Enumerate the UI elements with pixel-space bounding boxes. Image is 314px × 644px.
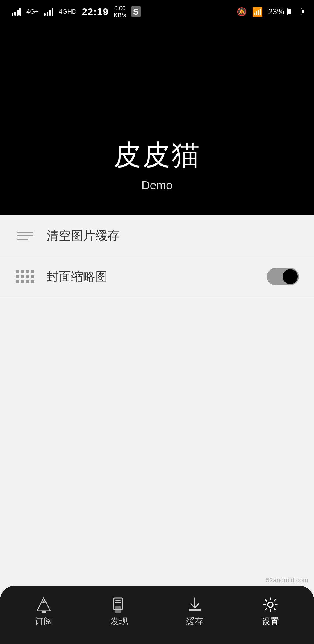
- network-label-2: 4GHD: [59, 8, 76, 15]
- subscribe-icon: [36, 597, 51, 613]
- hero-section: 皮皮猫 Demo: [0, 23, 314, 215]
- discover-label: 发现: [110, 615, 128, 627]
- cache-icon: [187, 597, 203, 613]
- hero-subtitle: Demo: [142, 179, 173, 192]
- nav-item-discover[interactable]: 发现: [81, 597, 157, 627]
- hero-title: 皮皮猫: [113, 136, 201, 174]
- cover-thumbnail-toggle[interactable]: [267, 268, 299, 285]
- bottom-nav: 订阅 发现 缓存 设置: [0, 586, 314, 644]
- svg-rect-2: [115, 606, 121, 613]
- data-speed: 0.00 KB/s: [114, 5, 126, 19]
- settings-item-clear-cache[interactable]: 清空图片缓存: [0, 215, 314, 256]
- clear-cache-icon: [15, 226, 35, 245]
- svg-point-6: [268, 602, 273, 607]
- discover-icon: [111, 597, 127, 613]
- watermark: 52android.com: [266, 577, 308, 584]
- nav-item-subscribe[interactable]: 订阅: [6, 597, 81, 627]
- network-label-1: 4G+: [26, 8, 39, 15]
- svg-rect-4: [115, 602, 121, 603]
- battery-percent: 23%: [268, 7, 284, 16]
- battery-container: 23%: [268, 7, 302, 16]
- battery-icon: [287, 8, 302, 15]
- status-right: 🔕 📶 23%: [237, 7, 302, 17]
- svg-rect-3: [115, 600, 121, 601]
- toggle-knob: [283, 269, 298, 284]
- signal-icon-2: [44, 8, 53, 16]
- cover-thumbnail-icon: [15, 267, 35, 287]
- cover-thumbnail-label: 封面缩略图: [47, 268, 255, 285]
- lines-icon: [17, 232, 33, 240]
- mute-icon: 🔕: [237, 7, 247, 17]
- skype-icon: S: [131, 6, 141, 17]
- battery-fill: [288, 9, 291, 14]
- dots-icon: [16, 270, 34, 283]
- settings-item-cover-thumbnail[interactable]: 封面缩略图: [0, 256, 314, 297]
- settings-label: 设置: [262, 615, 279, 627]
- svg-point-0: [42, 601, 45, 603]
- status-time: 22:19: [82, 6, 108, 17]
- cache-label: 缓存: [186, 615, 204, 627]
- nav-item-settings[interactable]: 设置: [233, 597, 308, 627]
- svg-rect-5: [189, 609, 201, 611]
- settings-icon: [263, 597, 278, 613]
- nav-item-cache[interactable]: 缓存: [157, 597, 233, 627]
- clear-cache-label: 清空图片缓存: [47, 227, 299, 244]
- status-bar: 4G+ 4GHD 22:19 0.00 KB/s S 🔕 📶 23%: [0, 0, 314, 23]
- subscribe-label: 订阅: [35, 615, 52, 627]
- wifi-icon: 📶: [252, 7, 263, 17]
- status-left: 4G+ 4GHD 22:19 0.00 KB/s S: [12, 5, 141, 19]
- signal-icon-1: [12, 8, 21, 16]
- settings-list: 清空图片缓存 封面缩略图: [0, 215, 314, 297]
